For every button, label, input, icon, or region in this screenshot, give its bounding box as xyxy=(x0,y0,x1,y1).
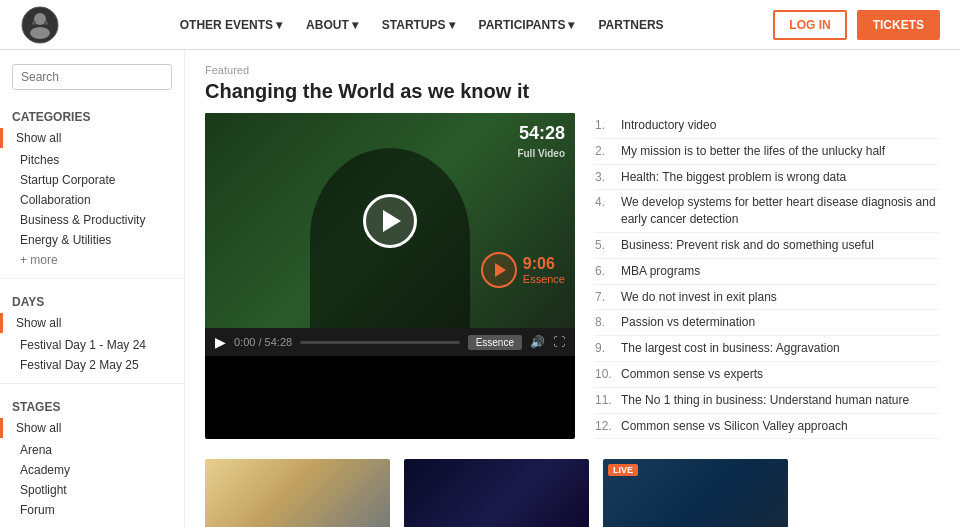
divider-days xyxy=(0,278,184,279)
play-button-main[interactable] xyxy=(363,194,417,248)
logo[interactable] xyxy=(20,5,70,45)
categories-title: Categories xyxy=(0,102,184,128)
sidebar-item-academy[interactable]: Academy xyxy=(0,460,184,480)
svg-point-2 xyxy=(30,27,50,39)
video-time: 0:00 / 54:28 xyxy=(234,336,292,348)
stages-title: Stages xyxy=(0,392,184,418)
sidebar: Categories Show all Pitches Startup Corp… xyxy=(0,50,185,527)
sidebar-item-day1[interactable]: Festival Day 1 - May 24 xyxy=(0,335,184,355)
chapter-item[interactable]: 11.The No 1 thing in business: Understan… xyxy=(595,388,940,414)
sidebar-item-startup-corporate[interactable]: Startup Corporate xyxy=(0,170,184,190)
sidebar-item-forum[interactable]: Forum xyxy=(0,500,184,520)
essence-badge: 9:06 Essence xyxy=(481,252,565,288)
svg-point-4 xyxy=(44,21,48,25)
chevron-down-icon: ▾ xyxy=(449,18,455,32)
essence-time: 9:06 xyxy=(523,255,565,273)
navigation: OTHER EVENTS ▾ ABOUT ▾ STARTUPS ▾ PARTIC… xyxy=(0,0,960,50)
nav-startups[interactable]: STARTUPS ▾ xyxy=(382,18,455,32)
video-section: 54:28 Full Video 9:06 Essence ▶ xyxy=(205,113,940,439)
chapter-item[interactable]: 10.Common sense vs experts xyxy=(595,362,940,388)
video-player: 54:28 Full Video 9:06 Essence ▶ xyxy=(205,113,575,439)
volume-button[interactable]: 🔊 xyxy=(530,335,545,349)
chapter-item[interactable]: 2.My mission is to better the lifes of t… xyxy=(595,139,940,165)
video-thumb-inner: 54:28 Full Video 9:06 Essence xyxy=(205,113,575,328)
sidebar-item-collaboration[interactable]: Collaboration xyxy=(0,190,184,210)
sidebar-item-energy-utilities[interactable]: Energy & Utilities xyxy=(0,230,184,250)
featured-label: Featured xyxy=(205,64,940,76)
nav-links: OTHER EVENTS ▾ ABOUT ▾ STARTUPS ▾ PARTIC… xyxy=(70,18,773,32)
nav-actions: LOG IN TICKETS xyxy=(773,10,940,40)
sidebar-item-arena[interactable]: Arena xyxy=(0,440,184,460)
video-controls: ▶ 0:00 / 54:28 Essence 🔊 ⛶ xyxy=(205,328,575,356)
chapters-list: 1.Introductory video2.My mission is to b… xyxy=(595,113,940,439)
chevron-down-icon: ▾ xyxy=(568,18,574,32)
video-duration-badge: 54:28 Full Video xyxy=(517,123,565,160)
featured-title: Changing the World as we know it xyxy=(205,80,940,103)
thumbnail-card[interactable]: 30:21 A mobility sensation on two wheels… xyxy=(205,459,390,527)
thumbnail-image: 32:13 xyxy=(404,459,589,527)
chapter-item[interactable]: 5.Business: Prevent risk and do somethin… xyxy=(595,233,940,259)
sidebar-item-day2[interactable]: Festival Day 2 May 25 xyxy=(0,355,184,375)
sidebar-item-spotlight[interactable]: Spotlight xyxy=(0,480,184,500)
speaker-label: Essence xyxy=(468,335,522,350)
search-input[interactable] xyxy=(12,64,172,90)
content-area: Featured Changing the World as we know i… xyxy=(185,50,960,527)
chapter-item[interactable]: 7.We do not invest in exit plans xyxy=(595,285,940,311)
thumbnail-image: 30:21 xyxy=(205,459,390,527)
divider-stages xyxy=(0,383,184,384)
live-badge: LIVE xyxy=(608,464,638,476)
main-layout: Categories Show all Pitches Startup Corp… xyxy=(0,50,960,527)
login-button[interactable]: LOG IN xyxy=(773,10,846,40)
nav-other-events[interactable]: OTHER EVENTS ▾ xyxy=(180,18,282,32)
nav-about[interactable]: ABOUT ▾ xyxy=(306,18,358,32)
days-title: Days xyxy=(0,287,184,313)
tickets-button[interactable]: TICKETS xyxy=(857,10,940,40)
search-container xyxy=(12,64,172,90)
chapter-item[interactable]: 12.Common sense vs Silicon Valley approa… xyxy=(595,414,940,440)
chevron-down-icon: ▾ xyxy=(352,18,358,32)
fullscreen-button[interactable]: ⛶ xyxy=(553,335,565,349)
chapter-item[interactable]: 6.MBA programs xyxy=(595,259,940,285)
thumbnail-image: LIVE 28:05 xyxy=(603,459,788,527)
chapter-item[interactable]: 9.The largest cost in business: Aggravat… xyxy=(595,336,940,362)
sidebar-item-business-productivity[interactable]: Business & Productivity xyxy=(0,210,184,230)
chapter-item[interactable]: 3.Health: The biggest problem is wrong d… xyxy=(595,165,940,191)
progress-bar[interactable] xyxy=(300,341,460,344)
days-show-all[interactable]: Show all xyxy=(0,313,184,333)
thumbnails-grid: 30:21 A mobility sensation on two wheels… xyxy=(205,459,940,527)
nav-partners[interactable]: PARTNERS xyxy=(598,18,663,32)
chapter-item[interactable]: 4.We develop systems for better heart di… xyxy=(595,190,940,233)
essence-play-button[interactable] xyxy=(481,252,517,288)
thumbnail-card[interactable]: LIVE 28:05 Hyperloop Innovation Unveiled… xyxy=(603,459,788,527)
chapter-item[interactable]: 1.Introductory video xyxy=(595,113,940,139)
categories-show-all[interactable]: Show all xyxy=(0,128,184,148)
sidebar-item-more[interactable]: + more xyxy=(0,250,184,270)
stages-show-all[interactable]: Show all xyxy=(0,418,184,438)
chapter-item[interactable]: 8.Passion vs determination xyxy=(595,310,940,336)
chevron-down-icon: ▾ xyxy=(276,18,282,32)
play-pause-button[interactable]: ▶ xyxy=(215,334,226,350)
nav-participants[interactable]: PARTICIPANTS ▾ xyxy=(479,18,575,32)
thumbnail-card[interactable]: 32:13 Premiere: Viv, World-Changing AI u… xyxy=(404,459,589,527)
essence-label: Essence xyxy=(523,273,565,285)
sidebar-item-pitches[interactable]: Pitches xyxy=(0,150,184,170)
svg-point-3 xyxy=(32,21,36,25)
video-thumbnail: 54:28 Full Video 9:06 Essence xyxy=(205,113,575,328)
